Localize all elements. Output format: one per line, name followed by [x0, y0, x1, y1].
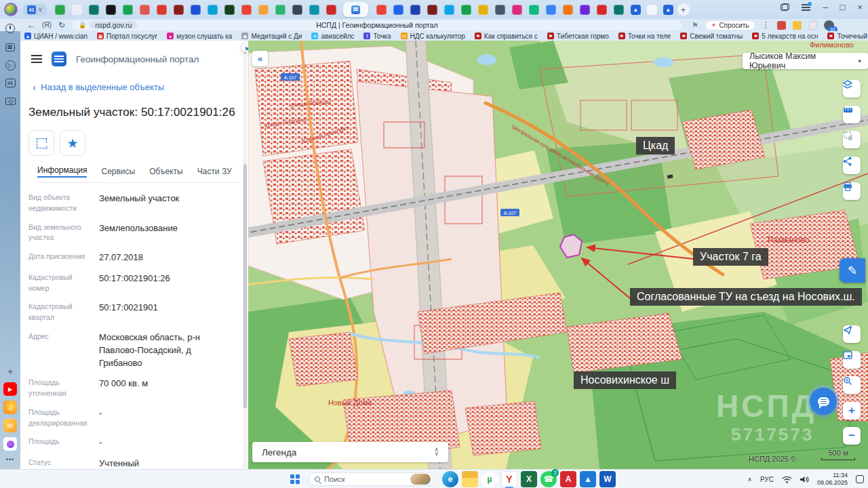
- browser-profile-avatar[interactable]: [4, 3, 18, 16]
- zoom-to-object-button[interactable]: [28, 130, 54, 156]
- clock[interactable]: 11:34 09.06.2025: [817, 472, 848, 487]
- pinned-tab[interactable]: [174, 5, 184, 15]
- pinned-tab[interactable]: [427, 5, 437, 15]
- pinned-tab[interactable]: [89, 5, 99, 15]
- tray-expand-icon[interactable]: ∧: [747, 476, 752, 483]
- panel-scrollbar[interactable]: ▲: [243, 50, 248, 469]
- pinned-tab[interactable]: [495, 5, 505, 15]
- bookmark-item[interactable]: ⚑ 5 лекарств на осн: [752, 33, 818, 40]
- pinned-tab[interactable]: [393, 5, 403, 15]
- yandex-button-icon[interactable]: (Я): [42, 22, 52, 28]
- pinned-tab[interactable]: [309, 5, 319, 15]
- pinned-tab[interactable]: [597, 5, 607, 15]
- profile-icon[interactable]: 10: [824, 20, 834, 30]
- pinned-tab[interactable]: [157, 5, 167, 15]
- measure-button[interactable]: [843, 106, 861, 123]
- bookmark-item[interactable]: ⚑ Как справиться с: [475, 33, 538, 40]
- back-link[interactable]: ‹ Назад в выделенные объекты: [33, 81, 248, 93]
- tabs-counter-icon[interactable]: 41: [3, 76, 17, 89]
- bookmark-item[interactable]: % НДС калькулятор: [401, 33, 465, 40]
- pinned-tab[interactable]: [55, 5, 65, 15]
- wifi-icon[interactable]: [782, 476, 792, 483]
- video-icon[interactable]: ▷: [3, 58, 17, 72]
- select-area-button[interactable]: [843, 131, 861, 148]
- pinned-tab[interactable]: [410, 5, 420, 15]
- pinned-tab[interactable]: [140, 5, 150, 15]
- pinned-tab[interactable]: [326, 5, 336, 15]
- panel-tab[interactable]: Объекты: [149, 167, 183, 178]
- notifications-icon[interactable]: [856, 475, 864, 483]
- pinned-tab[interactable]: [444, 5, 454, 15]
- language-indicator[interactable]: РУС: [760, 476, 774, 483]
- pinned-tab-group[interactable]: 41 ∨: [23, 4, 47, 16]
- add-shortcut-icon[interactable]: +: [3, 365, 17, 378]
- legend-toggle[interactable]: Легенда ∧∨: [252, 442, 448, 462]
- taskbar-app[interactable]: µ: [481, 471, 498, 487]
- extension-icon[interactable]: [777, 21, 786, 30]
- taskbar-app[interactable]: e: [442, 471, 458, 487]
- start-button[interactable]: [290, 474, 300, 484]
- user-menu[interactable]: Лысиков Максим Юрьевич ▾: [743, 53, 868, 69]
- history-icon[interactable]: [3, 22, 17, 35]
- browser-tab[interactable]: ▲: [631, 5, 641, 15]
- print-button[interactable]: [843, 182, 861, 200]
- reload-icon[interactable]: ↻: [58, 21, 65, 29]
- pinned-tab[interactable]: [292, 5, 302, 15]
- pinned-tab[interactable]: [614, 5, 624, 15]
- bookmark-item[interactable]: ● музон слушать ка: [167, 33, 232, 40]
- youtube-icon[interactable]: ▶: [3, 382, 17, 396]
- pinned-tab[interactable]: [478, 5, 488, 15]
- zoom-in-button[interactable]: +: [843, 402, 861, 420]
- bookmark-item[interactable]: ✈ авиасейлс: [311, 33, 354, 40]
- favorite-button[interactable]: ★: [60, 130, 85, 156]
- bookmark-item[interactable]: ⚑ Свежий томатны: [680, 33, 743, 40]
- panel-tab[interactable]: Сервисы: [101, 167, 135, 178]
- minimize-button[interactable]: –: [823, 3, 827, 12]
- pinned-tab[interactable]: [461, 5, 471, 15]
- panel-tab[interactable]: Части ЗУ: [197, 167, 232, 178]
- taskbar-app[interactable]: Y: [501, 471, 517, 487]
- taskbar-app[interactable]: ☎ 2: [540, 471, 557, 487]
- pinned-tab[interactable]: [241, 5, 252, 15]
- notes-icon[interactable]: [3, 41, 17, 54]
- extension-icon[interactable]: [793, 21, 802, 30]
- close-button[interactable]: ×: [857, 3, 863, 12]
- menu-icon[interactable]: [31, 55, 42, 63]
- ask-button[interactable]: ✦Спросить: [705, 20, 755, 30]
- taskbar-app[interactable]: W: [599, 471, 616, 487]
- bookmark-item[interactable]: ⚑ Тибетская гормо: [547, 33, 609, 40]
- taskbar-app[interactable]: ▲: [580, 471, 596, 487]
- bookmark-item[interactable]: ⚑ Точечный: [827, 33, 867, 40]
- screenshot-icon[interactable]: [3, 94, 17, 108]
- overview-map-button[interactable]: [843, 351, 861, 369]
- chat-button[interactable]: [810, 388, 837, 415]
- pinned-tab[interactable]: [376, 5, 387, 15]
- pinned-tab[interactable]: [258, 5, 269, 15]
- my-location-button[interactable]: [843, 325, 861, 343]
- pinned-tab[interactable]: [546, 5, 556, 15]
- taskbar-app[interactable]: [462, 471, 478, 487]
- bookmark-item[interactable]: ⚑ Точки на теле: [618, 33, 671, 40]
- pinned-tab[interactable]: [275, 5, 285, 15]
- yandex-music-icon[interactable]: ♪: [3, 401, 17, 414]
- pinned-tab[interactable]: [563, 5, 573, 15]
- pinned-tab[interactable]: [580, 5, 590, 15]
- bookmark-item[interactable]: Т Точка: [363, 33, 391, 40]
- extension-icon[interactable]: [808, 21, 817, 30]
- pinned-tab[interactable]: [72, 5, 82, 15]
- pinned-tab[interactable]: [529, 5, 539, 15]
- browser-tab[interactable]: ▲: [663, 5, 673, 15]
- url-field[interactable]: 🔒 nspd.gov.ru НСПД | Геоинформационный п…: [72, 20, 682, 30]
- pinned-tab[interactable]: [208, 5, 218, 15]
- back-icon[interactable]: ←: [27, 21, 35, 29]
- bookmark-flag-icon[interactable]: ⚑: [692, 21, 698, 30]
- tab-panels-icon[interactable]: [781, 3, 789, 11]
- collapse-panel-button[interactable]: «: [252, 51, 268, 66]
- map-canvas[interactable]: Филимоново Рахманово Новые Дома улица По…: [248, 41, 868, 469]
- browser-tab[interactable]: [647, 5, 657, 15]
- more-icon[interactable]: ⋮: [762, 21, 770, 29]
- active-tab[interactable]: [343, 2, 368, 17]
- taskbar-app[interactable]: X: [521, 471, 537, 487]
- layers-button[interactable]: [843, 80, 861, 98]
- draw-tools-button[interactable]: ✎: [840, 258, 865, 283]
